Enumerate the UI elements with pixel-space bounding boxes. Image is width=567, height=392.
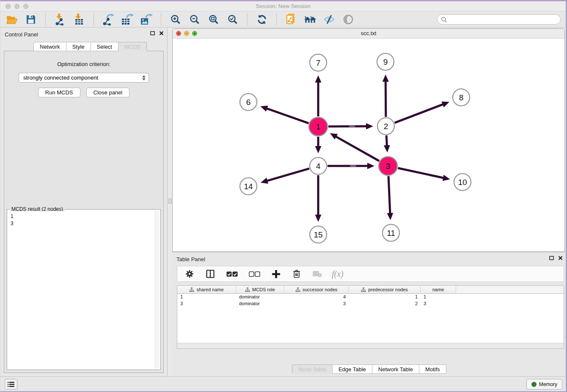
tab-network[interactable]: Network: [33, 42, 66, 51]
edge-2-9[interactable]: [385, 81, 386, 117]
node-14[interactable]: 14: [240, 178, 257, 195]
zoom-out-button[interactable]: [188, 13, 201, 26]
cell-mcds-role[interactable]: dominator: [236, 301, 284, 307]
close-panel-icon[interactable]: [558, 256, 563, 260]
edge-3-10[interactable]: [398, 168, 443, 178]
cell-mcds-role[interactable]: dominator: [236, 294, 284, 301]
search-input[interactable]: [449, 17, 557, 22]
zoom-window-icon[interactable]: [23, 4, 28, 9]
export-table-button[interactable]: [121, 13, 134, 26]
run-mcds-button[interactable]: Run MCDS: [38, 88, 80, 97]
minimize-window-icon[interactable]: [14, 4, 19, 9]
column-header-predecessor-nodes[interactable]: predecessor nodes: [349, 286, 421, 293]
cell-name[interactable]: 1: [421, 294, 456, 301]
cell-shared-name[interactable]: 1: [177, 294, 236, 301]
tab-motifs[interactable]: Motifs: [419, 364, 446, 374]
task-history-button[interactable]: [5, 379, 17, 389]
zoom-selected-button[interactable]: [226, 13, 239, 26]
delete-column-button[interactable]: [290, 268, 303, 280]
tab-edge-table[interactable]: Edge Table: [333, 364, 372, 374]
close-network-icon[interactable]: [176, 31, 181, 36]
column-header-shared-name[interactable]: shared name: [177, 286, 236, 293]
import-table-button[interactable]: [73, 13, 85, 26]
edge-label-mark: [349, 126, 355, 127]
table-row[interactable]: 3dominator323: [177, 301, 564, 307]
open-session-button[interactable]: [6, 13, 18, 26]
minimize-network-icon[interactable]: [184, 31, 189, 36]
node-6[interactable]: 6: [240, 94, 257, 110]
close-panel-button[interactable]: Close panel: [86, 88, 130, 97]
hide-panel-button[interactable]: [323, 13, 336, 26]
tab-network-table[interactable]: Network Table: [372, 364, 419, 374]
export-network-button[interactable]: [102, 13, 115, 26]
clone-network-button[interactable]: [285, 13, 297, 26]
network-canvas[interactable]: 7968124314101511: [173, 39, 564, 251]
destroy-table-button[interactable]: [311, 268, 324, 280]
float-panel-icon[interactable]: [549, 256, 554, 260]
tab-node-table[interactable]: Node Table: [292, 364, 333, 374]
function-builder-button[interactable]: f(x): [332, 269, 344, 279]
node-2[interactable]: 2: [377, 118, 394, 135]
cell-successor-nodes[interactable]: 4: [284, 294, 349, 301]
tab-select[interactable]: Select: [91, 42, 118, 51]
search-box[interactable]: [437, 14, 561, 25]
table-delete-icon: [313, 271, 322, 277]
node-1[interactable]: 1: [309, 117, 328, 136]
criterion-dropdown[interactable]: strongly connected component: [19, 73, 149, 83]
table-row[interactable]: 1dominator411: [177, 294, 564, 301]
cell-name[interactable]: 3: [421, 301, 456, 307]
export-image-button[interactable]: [140, 13, 153, 26]
vertical-splitter-handle[interactable]: [168, 199, 172, 204]
tab-style[interactable]: Style: [66, 42, 91, 51]
edge-3-11[interactable]: [388, 176, 390, 213]
cell-predecessor-nodes[interactable]: 1: [349, 294, 421, 301]
node-3[interactable]: 3: [379, 157, 397, 175]
table-horizontal-scrollbar[interactable]: [177, 343, 564, 348]
zoom-in-button[interactable]: [169, 13, 182, 26]
close-panel-icon[interactable]: [159, 31, 164, 36]
memory-button[interactable]: Memory: [526, 379, 562, 389]
node-4[interactable]: 4: [310, 157, 327, 174]
table-settings-button[interactable]: [183, 268, 196, 280]
node-label: 10: [458, 178, 467, 187]
edge-1-2[interactable]: [328, 126, 366, 127]
select-all-button[interactable]: [225, 268, 239, 280]
create-column-button[interactable]: [270, 268, 282, 280]
column-browser-button[interactable]: [204, 268, 217, 280]
import-network-button[interactable]: [54, 13, 66, 26]
apply-layout-button[interactable]: [256, 13, 268, 26]
float-panel-icon[interactable]: [150, 31, 155, 36]
node-10[interactable]: 10: [454, 174, 471, 190]
column-header-mcds-role[interactable]: MCDS role: [236, 286, 284, 293]
node-11[interactable]: 11: [383, 224, 399, 241]
edge-2-8[interactable]: [395, 104, 443, 123]
open-folder-icon: [6, 15, 18, 25]
column-header-successor-nodes[interactable]: successor nodes: [284, 286, 349, 293]
network-window: scc.txt 7968124314101511: [172, 28, 565, 252]
node-9[interactable]: 9: [377, 53, 394, 70]
control-panel-header: Control Panel: [0, 28, 167, 40]
column-header-name[interactable]: name: [421, 286, 456, 293]
home-button[interactable]: [304, 13, 317, 26]
cell-predecessor-nodes[interactable]: 2: [349, 301, 421, 307]
zoom-fit-button[interactable]: [207, 13, 220, 26]
node-8[interactable]: 8: [453, 89, 470, 106]
cell-shared-name[interactable]: 3: [177, 301, 236, 307]
edge-1-6[interactable]: [267, 108, 308, 123]
status-bar: Memory: [0, 376, 566, 391]
node-7[interactable]: 7: [310, 54, 327, 71]
edge-3-1[interactable]: [336, 137, 379, 161]
deselect-all-button[interactable]: [247, 268, 261, 280]
network-graph[interactable]: 7968124314101511: [173, 39, 564, 251]
maximize-network-icon[interactable]: [192, 31, 197, 36]
node-15[interactable]: 15: [310, 226, 327, 243]
plus-icon: [272, 270, 281, 279]
cell-successor-nodes[interactable]: 3: [284, 301, 349, 307]
close-window-icon[interactable]: [6, 4, 11, 9]
edge-2-3[interactable]: [386, 135, 387, 146]
show-panel-button[interactable]: [342, 13, 355, 26]
edge-4-14[interactable]: [267, 168, 309, 181]
save-session-button[interactable]: [25, 13, 37, 26]
tab-mcds[interactable]: MCDS: [118, 42, 147, 51]
result-scrollbar[interactable]: [155, 210, 160, 369]
